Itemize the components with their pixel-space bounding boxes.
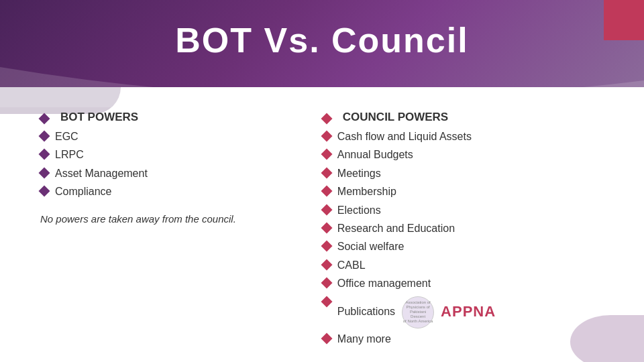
diamond-icon — [39, 113, 50, 125]
bot-item-compliance: Compliance — [55, 184, 111, 199]
diamond-icon — [321, 149, 332, 160]
council-item-many-more: Many more — [337, 332, 391, 347]
list-item: Elections — [323, 203, 631, 218]
list-item: Membership — [323, 184, 631, 199]
list-item: Publications Association ofPhysicians of… — [323, 295, 631, 328]
council-item-cashflow: Cash flow and Liquid Assets — [337, 129, 472, 144]
list-item: Many more — [323, 332, 631, 347]
council-header-label: COUNCIL POWERS — [343, 111, 448, 124]
list-item: Office management — [323, 276, 631, 291]
diamond-icon — [321, 222, 332, 233]
appna-logo: Association ofPhysicians ofPakistani Des… — [402, 296, 434, 328]
council-item-office: Office management — [337, 276, 431, 291]
diamond-icon — [321, 259, 332, 270]
slide: BOT Vs. Council BOT POWERS EGC LRPC — [0, 0, 644, 362]
diamond-icon — [39, 167, 50, 178]
council-powers-list: Cash flow and Liquid Assets Annual Budge… — [323, 129, 631, 347]
list-item: Asset Management — [40, 166, 289, 181]
right-column: COUNCIL POWERS Cash flow and Liquid Asse… — [309, 104, 644, 357]
list-item: Social welfare — [323, 239, 631, 254]
diamond-icon — [39, 149, 50, 160]
council-item-meetings: Meetings — [337, 166, 381, 181]
bot-powers-list: EGC LRPC Asset Management Compliance — [40, 129, 289, 200]
diamond-icon — [39, 131, 50, 142]
list-item: EGC — [40, 129, 289, 144]
council-item-social: Social welfare — [337, 239, 405, 254]
content-area: BOT POWERS EGC LRPC Asset Management Co — [0, 104, 644, 357]
council-item-elections: Elections — [337, 203, 381, 218]
diamond-icon — [321, 131, 332, 142]
bot-item-egc: EGC — [55, 129, 78, 144]
council-item-cabl: CABL — [337, 258, 366, 273]
list-item: LRPC — [40, 147, 289, 162]
bot-item-lrpc: LRPC — [55, 147, 84, 162]
appna-text-label: APPNA — [441, 302, 496, 322]
list-item: Meetings — [323, 166, 631, 181]
diamond-icon — [321, 167, 332, 178]
bot-powers-header: BOT POWERS — [40, 111, 289, 124]
list-item: Cash flow and Liquid Assets — [323, 129, 631, 144]
bot-item-asset: Asset Management — [55, 166, 148, 181]
slide-title: BOT Vs. Council — [0, 20, 644, 60]
diamond-red-icon — [321, 113, 332, 125]
left-column: BOT POWERS EGC LRPC Asset Management Co — [0, 104, 309, 357]
bot-header-label: BOT POWERS — [60, 111, 138, 124]
council-item-research: Research and Education — [337, 221, 455, 236]
top-right-decoration — [604, 0, 644, 40]
council-item-membership: Membership — [337, 184, 396, 199]
diamond-icon — [321, 186, 332, 197]
diamond-icon — [321, 241, 332, 252]
council-item-publications: Publications — [337, 304, 395, 319]
list-item: Compliance — [40, 184, 289, 199]
council-item-budgets: Annual Budgets — [337, 147, 413, 162]
diamond-icon — [321, 204, 332, 215]
diamond-icon — [321, 333, 332, 344]
list-item: Research and Education — [323, 221, 631, 236]
appna-name: APPNA — [441, 302, 496, 322]
diamond-icon — [321, 278, 332, 289]
list-item: Annual Budgets — [323, 147, 631, 162]
diamond-icon — [39, 186, 50, 197]
list-item: CABL — [323, 258, 631, 273]
diamond-icon — [321, 296, 332, 307]
publications-appna-row: Publications Association ofPhysicians of… — [337, 296, 496, 328]
note-text: No powers are taken away from the counci… — [40, 213, 289, 225]
council-powers-header: COUNCIL POWERS — [323, 111, 631, 124]
